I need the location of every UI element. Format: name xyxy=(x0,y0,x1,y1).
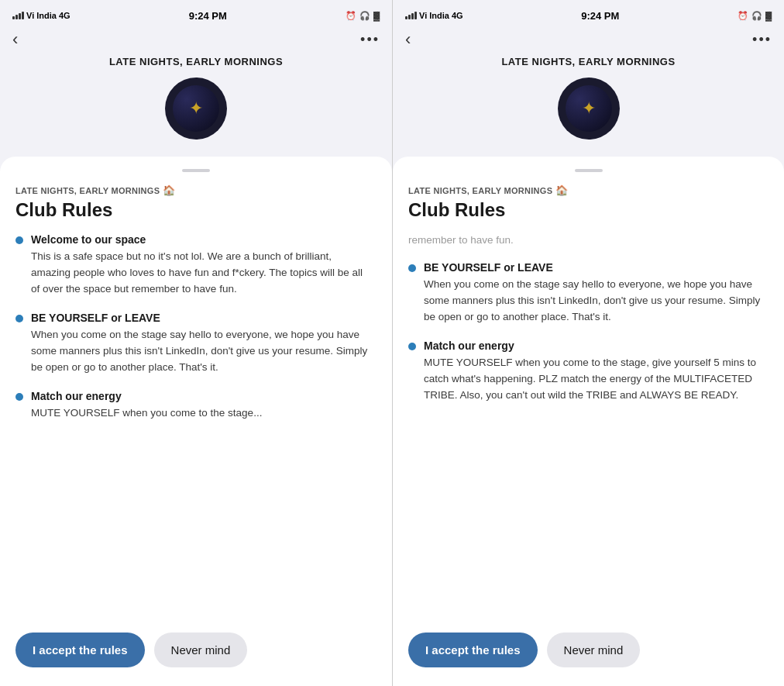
rule-bullet-1-left xyxy=(15,236,23,244)
rule-bullet-3-left xyxy=(15,393,23,401)
status-icons-left: ⏰ 🎧 ▓ xyxy=(346,11,380,21)
rule-title-1-right: BE YOURSELF or LEAVE xyxy=(424,261,765,274)
back-button-right[interactable]: ‹ xyxy=(405,31,411,48)
time-left: 9:24 PM xyxy=(189,10,227,22)
headphone-icon-right: 🎧 xyxy=(751,11,762,21)
rule-bullet-1-right xyxy=(408,264,416,272)
rule-item-2-right: Match our energy MUTE YOURSELF when you … xyxy=(408,340,765,404)
more-button-right[interactable]: ••• xyxy=(752,32,772,48)
rules-content-left[interactable]: Welcome to our space This is a safe spac… xyxy=(15,233,377,620)
top-bar-right: ‹ ••• xyxy=(393,28,784,54)
home-icon-right: 🏠 xyxy=(555,184,568,196)
rule-desc-1-left: This is a safe space but no it's not lol… xyxy=(31,249,373,298)
top-bar-left: ‹ ••• xyxy=(0,28,392,54)
rule-title-2-left: BE YOURSELF or LEAVE xyxy=(31,312,373,324)
app-title-right: LATE NIGHTS, EARLY MORNINGS xyxy=(501,56,675,67)
sheet-handle-left xyxy=(182,169,210,172)
rule-item-3-left: Match our energy MUTE YOURSELF when you … xyxy=(15,390,373,422)
avatar-star-left: ✦ xyxy=(189,98,203,119)
avatar-area-left: ✦ xyxy=(0,78,392,124)
rule-bullet-2-left xyxy=(15,315,23,322)
battery-icon-right: ▓ xyxy=(765,11,772,20)
accept-button-left[interactable]: I accept the rules xyxy=(15,633,145,667)
footer-buttons-left: I accept the rules Never mind xyxy=(15,620,377,686)
sheet-subtitle-left: LATE NIGHTS, EARLY MORNINGS 🏠 xyxy=(15,184,377,196)
alarm-icon: ⏰ xyxy=(346,11,356,21)
carrier-left: Vi India 4G xyxy=(12,11,70,20)
truncated-top-right: remember to have fun. xyxy=(408,233,765,250)
avatar-area-right: ✦ xyxy=(393,78,784,124)
headphone-icon: 🎧 xyxy=(359,11,370,21)
avatar-star-right: ✦ xyxy=(582,98,596,119)
phone-screen-left: Vi India 4G 9:24 PM ⏰ 🎧 ▓ ‹ ••• LATE NIG… xyxy=(0,0,392,686)
rule-desc-2-left: When you come on the stage say hello to … xyxy=(31,327,373,376)
carrier-right: Vi India 4G xyxy=(405,11,463,20)
back-button-left[interactable]: ‹ xyxy=(12,31,18,48)
app-title-area-right: LATE NIGHTS, EARLY MORNINGS xyxy=(393,54,784,78)
bottom-sheet-right: LATE NIGHTS, EARLY MORNINGS 🏠 Club Rules… xyxy=(393,157,784,686)
sheet-handle-right xyxy=(575,169,603,172)
signal-icon xyxy=(12,12,24,19)
sheet-title-right: Club Rules xyxy=(408,199,769,221)
signal-icon-right xyxy=(405,12,417,19)
sheet-title-left: Club Rules xyxy=(15,199,377,221)
accept-button-right[interactable]: I accept the rules xyxy=(408,633,538,667)
phone-screen-right: Vi India 4G 9:24 PM ⏰ 🎧 ▓ ‹ ••• LATE NIG… xyxy=(392,0,784,686)
home-icon-left: 🏠 xyxy=(163,184,175,196)
rule-bullet-2-right xyxy=(408,343,416,350)
battery-icon-left: ▓ xyxy=(373,11,380,20)
app-title-left: LATE NIGHTS, EARLY MORNINGS xyxy=(109,56,283,67)
status-bar-left: Vi India 4G 9:24 PM ⏰ 🎧 ▓ xyxy=(0,0,392,28)
sheet-subtitle-right: LATE NIGHTS, EARLY MORNINGS 🏠 xyxy=(408,184,769,196)
rule-item-1-left: Welcome to our space This is a safe spac… xyxy=(15,233,373,298)
rule-title-1-left: Welcome to our space xyxy=(31,233,373,246)
more-button-left[interactable]: ••• xyxy=(360,32,380,48)
app-title-area-left: LATE NIGHTS, EARLY MORNINGS xyxy=(0,54,392,78)
status-bar-right: Vi India 4G 9:24 PM ⏰ 🎧 ▓ xyxy=(393,0,784,28)
rule-title-3-left: Match our energy xyxy=(31,390,373,402)
avatar-left: ✦ xyxy=(165,78,227,140)
rule-desc-2-right: MUTE YOURSELF when you come to the stage… xyxy=(424,355,765,404)
time-right: 9:24 PM xyxy=(581,10,619,22)
alarm-icon-right: ⏰ xyxy=(738,11,748,21)
avatar-right: ✦ xyxy=(558,78,620,140)
rule-desc-3-left: MUTE YOURSELF when you come to the stage… xyxy=(31,405,373,422)
never-button-right[interactable]: Never mind xyxy=(547,633,641,667)
rule-item-1-right: BE YOURSELF or LEAVE When you come on th… xyxy=(408,261,765,326)
rule-desc-1-right: When you come on the stage say hello to … xyxy=(424,277,765,326)
status-icons-right: ⏰ 🎧 ▓ xyxy=(738,11,772,21)
rule-title-2-right: Match our energy xyxy=(424,340,765,352)
rule-item-2-left: BE YOURSELF or LEAVE When you come on th… xyxy=(15,312,373,376)
bottom-sheet-left: LATE NIGHTS, EARLY MORNINGS 🏠 Club Rules… xyxy=(0,157,392,686)
rules-content-right[interactable]: remember to have fun. BE YOURSELF or LEA… xyxy=(408,233,769,620)
never-button-left[interactable]: Never mind xyxy=(154,633,248,667)
footer-buttons-right: I accept the rules Never mind xyxy=(408,620,769,686)
